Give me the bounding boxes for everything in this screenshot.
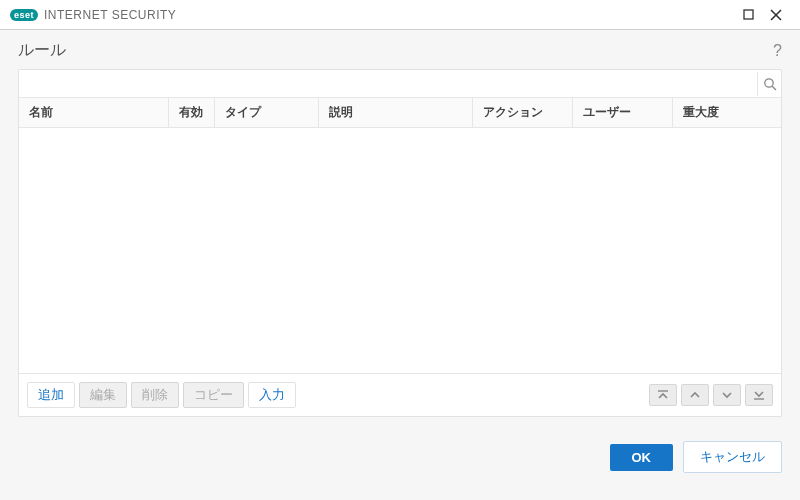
move-top-icon[interactable] [649, 384, 677, 406]
move-up-icon[interactable] [681, 384, 709, 406]
subtitle-row: ルール ? [0, 30, 800, 69]
dialog-footer: OK キャンセル [0, 429, 800, 487]
app-title: INTERNET SECURITY [44, 8, 176, 22]
edit-button: 編集 [79, 382, 127, 408]
cancel-button[interactable]: キャンセル [683, 441, 782, 473]
svg-point-3 [764, 78, 772, 86]
copy-button: コピー [183, 382, 244, 408]
input-button[interactable]: 入力 [248, 382, 296, 408]
ok-button[interactable]: OK [610, 444, 674, 471]
col-desc[interactable]: 説明 [319, 98, 473, 127]
add-button[interactable]: 追加 [27, 382, 75, 408]
search-input[interactable] [19, 70, 757, 97]
search-icon[interactable] [757, 72, 781, 96]
table-body-empty [19, 128, 781, 373]
action-row: 追加 編集 削除 コピー 入力 [19, 373, 781, 416]
rules-panel: 名前 有効 タイプ 説明 アクション ユーザー 重大度 追加 編集 削除 コピー… [18, 69, 782, 417]
page-title: ルール [18, 40, 66, 61]
svg-rect-0 [744, 10, 753, 19]
col-name[interactable]: 名前 [19, 98, 169, 127]
col-user[interactable]: ユーザー [573, 98, 673, 127]
maximize-icon[interactable] [734, 5, 762, 25]
close-icon[interactable] [762, 5, 790, 25]
table-header: 名前 有効 タイプ 説明 アクション ユーザー 重大度 [19, 98, 781, 128]
col-action[interactable]: アクション [473, 98, 573, 127]
col-type[interactable]: タイプ [215, 98, 319, 127]
brand-badge: eset [10, 9, 38, 21]
col-priority[interactable]: 重大度 [673, 98, 781, 127]
col-valid[interactable]: 有効 [169, 98, 215, 127]
svg-line-4 [772, 86, 776, 90]
delete-button: 削除 [131, 382, 179, 408]
help-icon[interactable]: ? [773, 42, 782, 60]
move-down-icon[interactable] [713, 384, 741, 406]
search-row [19, 70, 781, 98]
title-bar: eset INTERNET SECURITY [0, 0, 800, 30]
move-bottom-icon[interactable] [745, 384, 773, 406]
